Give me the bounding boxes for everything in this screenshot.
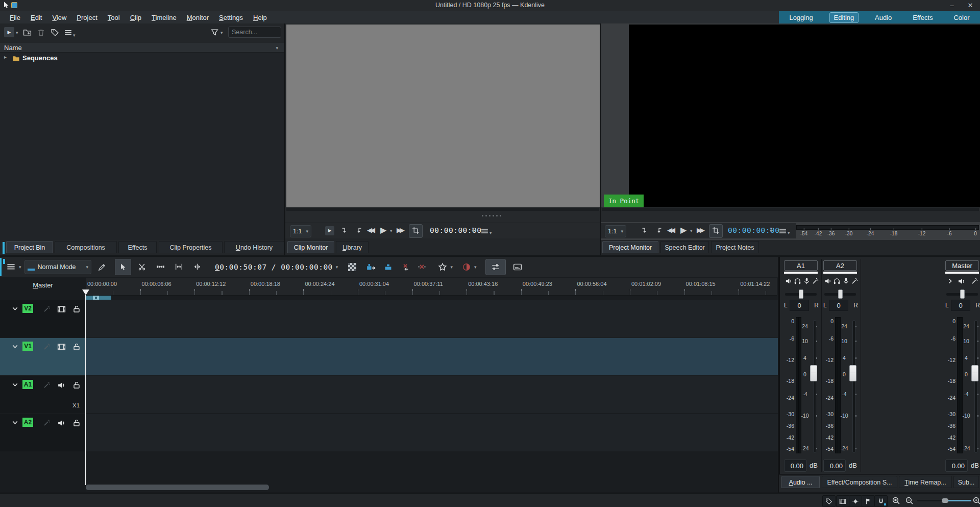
monitor-menu-caret[interactable]: ▾: [489, 230, 492, 235]
zone-crop-button[interactable]: [409, 224, 423, 238]
workspace-tab-logging[interactable]: Logging: [785, 12, 817, 23]
forward-icon[interactable]: ▶▶: [397, 226, 403, 234]
clip-monitor-video-area[interactable]: [286, 25, 600, 207]
set-out-point-icon[interactable]: [655, 227, 663, 235]
zoom-out-icon[interactable]: [905, 496, 914, 505]
timeline-position-timecode[interactable]: 00:00:50:07 / 00:00:00:00: [215, 263, 333, 271]
project-zoom-combo[interactable]: 1:1▾: [605, 225, 626, 237]
set-in-point-icon[interactable]: [340, 227, 349, 235]
timeline-zone-bar[interactable]: [86, 296, 111, 300]
gain-value[interactable]: 0.00: [784, 460, 806, 472]
track-effects-icon[interactable]: [43, 305, 51, 313]
markers-comments-toggle[interactable]: [862, 495, 875, 507]
tag-icon[interactable]: [51, 28, 59, 37]
add-clip-dropdown-icon[interactable]: ▾: [16, 30, 18, 35]
filter-funnel-icon[interactable]: [210, 28, 219, 37]
tag-info-toggle[interactable]: [822, 495, 836, 507]
favorites-caret[interactable]: ▾: [450, 264, 453, 270]
workspace-tab-editing[interactable]: Editing: [829, 12, 859, 23]
minimize-button[interactable]: –: [946, 1, 958, 10]
track-area-v1[interactable]: [86, 338, 778, 375]
balance-value[interactable]: 0: [829, 300, 848, 311]
balance-value[interactable]: 0: [951, 300, 970, 311]
menu-item[interactable]: Tool: [103, 13, 125, 22]
tab-speech-editor[interactable]: Speech Editor: [660, 241, 709, 253]
monitor-menu-icon[interactable]: [480, 227, 489, 235]
menu-item[interactable]: Settings: [214, 13, 248, 22]
tab-library[interactable]: Library: [336, 241, 369, 253]
tab-clip-monitor[interactable]: Clip Monitor: [287, 241, 334, 253]
zoom-slider-handle[interactable]: [942, 498, 948, 503]
menu-item[interactable]: Monitor: [182, 13, 213, 22]
monitor-menu-icon[interactable]: [778, 227, 787, 235]
monitor-menu-caret[interactable]: ▾: [788, 230, 790, 235]
lock-track-icon[interactable]: [72, 305, 81, 313]
timecode-spinner[interactable]: ▲▼: [769, 227, 773, 233]
play-icon[interactable]: ▶: [380, 225, 386, 235]
forward-icon[interactable]: ▶▶: [697, 226, 703, 234]
selection-tool-button[interactable]: [115, 259, 131, 275]
menu-item[interactable]: Help: [249, 13, 272, 22]
monitor-headphones-icon[interactable]: [794, 277, 801, 285]
project-monitor-seekbar[interactable]: [601, 207, 980, 222]
mute-icon[interactable]: [785, 277, 793, 285]
splitter-handle[interactable]: [482, 215, 501, 216]
mute-icon[interactable]: [958, 277, 966, 285]
record-mic-icon[interactable]: [803, 277, 811, 285]
effects-wand-icon[interactable]: [812, 277, 819, 285]
insert-zone-icon[interactable]: [366, 262, 376, 272]
effects-wand-icon[interactable]: [971, 277, 978, 285]
zoom-fit-icon[interactable]: [892, 496, 900, 505]
record-icon[interactable]: [462, 262, 471, 272]
set-out-point-icon[interactable]: [355, 227, 363, 235]
overwrite-zone-icon[interactable]: [383, 262, 393, 272]
razor-tool-button[interactable]: [134, 259, 150, 275]
workspace-tab-color[interactable]: Color: [949, 12, 974, 23]
mute-icon[interactable]: [824, 277, 832, 285]
snap-magnet-toggle[interactable]: [874, 495, 888, 507]
project-monitor-seek-groove[interactable]: [602, 208, 979, 211]
tab-project-notes[interactable]: Project Notes: [711, 241, 759, 253]
transparency-background-icon[interactable]: [348, 263, 356, 271]
clip-monitor-seek-groove[interactable]: [286, 208, 599, 211]
record-mic-icon[interactable]: [842, 277, 850, 285]
track-effects-icon[interactable]: [43, 381, 51, 389]
lock-track-icon[interactable]: [72, 343, 81, 351]
lift-zone-icon[interactable]: [417, 262, 427, 272]
collapse-track-icon[interactable]: [11, 381, 19, 389]
track-header-a1[interactable]: A1 X1: [0, 376, 86, 413]
tab-project-monitor[interactable]: Project Monitor: [602, 241, 658, 253]
menu-item[interactable]: View: [47, 13, 71, 22]
menu-item[interactable]: Project: [72, 13, 102, 22]
hide-track-icon[interactable]: [57, 343, 66, 351]
gain-value[interactable]: 0.00: [945, 460, 968, 472]
bin-view-menu-caret[interactable]: ▾: [73, 33, 76, 38]
tab-clip-properties[interactable]: Clip Properties: [159, 241, 223, 253]
volume-fader-track[interactable]: [852, 320, 855, 453]
playhead-marker[interactable]: [82, 289, 89, 295]
expand-chevron-icon[interactable]: [946, 277, 954, 285]
track-badge[interactable]: V1: [22, 342, 33, 351]
tab-audio-mixer[interactable]: Audio ...: [781, 476, 820, 488]
play-dropdown-caret[interactable]: ▾: [390, 228, 393, 233]
track-badge[interactable]: V2: [22, 304, 33, 313]
channel-label[interactable]: A1: [784, 260, 818, 271]
track-badge[interactable]: A1: [22, 380, 33, 389]
menu-item[interactable]: Timeline: [147, 13, 181, 22]
mix-clips-button[interactable]: [189, 259, 205, 275]
tab-project-bin[interactable]: Project Bin: [6, 241, 53, 253]
timeline-menu-caret[interactable]: ▾: [19, 264, 21, 270]
create-folder-icon[interactable]: [23, 28, 32, 37]
gain-value[interactable]: 0.00: [823, 460, 846, 472]
mute-track-icon[interactable]: [57, 419, 66, 427]
track-area-a2[interactable]: [86, 414, 778, 451]
tab-subtitles[interactable]: Sub...: [953, 476, 979, 488]
subtitle-toggle[interactable]: [509, 259, 526, 275]
track-area-v2[interactable]: [86, 300, 778, 337]
tab-time-remapping[interactable]: Time Remap...: [899, 476, 952, 488]
mute-track-icon[interactable]: [57, 381, 66, 390]
clip-zone-icon[interactable]: ▶: [325, 226, 334, 235]
track-effects-icon[interactable]: [43, 343, 51, 351]
volume-fader-handle[interactable]: [971, 365, 978, 381]
rewind-icon[interactable]: ◀◀: [667, 226, 673, 234]
